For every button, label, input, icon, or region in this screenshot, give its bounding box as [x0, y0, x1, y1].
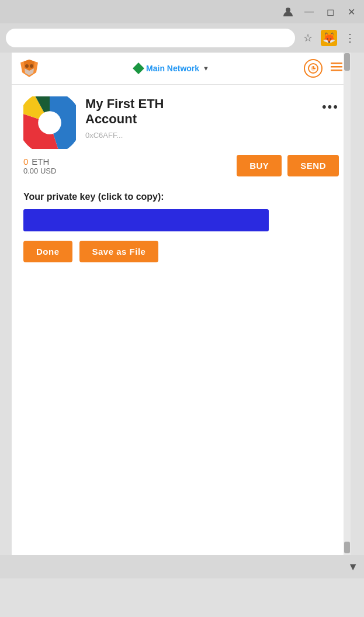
svg-rect-12: [331, 70, 342, 71]
user-icon[interactable]: [282, 6, 294, 18]
mm-header: Main Network ▼: [12, 53, 351, 85]
private-key-section: Your private key (click to copy): Done S…: [12, 186, 351, 274]
usd-balance: 0.00 USD: [23, 167, 56, 175]
hamburger-menu-icon[interactable]: [330, 60, 344, 77]
balance-info: 0 ETH 0.00 USD: [23, 157, 56, 175]
private-key-label: Your private key (click to copy):: [23, 192, 339, 202]
eth-amount: 0: [23, 157, 28, 167]
restore-button[interactable]: ◻: [324, 6, 336, 18]
minimize-button[interactable]: —: [303, 6, 315, 18]
svg-rect-11: [331, 66, 342, 68]
account-address[interactable]: 0xC6AFF...: [85, 131, 339, 140]
account-name: My First ETH Account: [85, 96, 339, 127]
more-menu-icon[interactable]: ⋮: [342, 30, 358, 46]
private-key-buttons: Done Save as File: [23, 241, 339, 262]
scrollbar-thumb-top[interactable]: [344, 53, 350, 71]
balance-buttons: BUY SEND: [237, 155, 339, 176]
done-button[interactable]: Done: [23, 241, 72, 262]
account-section: My First ETH Account 0xC6AFF... •••: [12, 85, 351, 155]
account-options-button[interactable]: •••: [322, 99, 339, 115]
account-info: My First ETH Account 0xC6AFF...: [85, 96, 339, 140]
scrollbar-track[interactable]: [344, 53, 351, 555]
svg-point-0: [286, 8, 290, 12]
account-refresh-icon[interactable]: [304, 59, 323, 78]
close-button[interactable]: ✕: [345, 6, 357, 18]
eth-label: ETH: [32, 157, 49, 167]
buy-button[interactable]: BUY: [237, 155, 282, 176]
svg-point-9: [311, 67, 315, 70]
svg-point-6: [25, 64, 29, 68]
browser-bottom-bar: ▼: [0, 555, 364, 578]
metamask-extension-icon[interactable]: 🦊: [321, 30, 337, 46]
header-right: [304, 59, 344, 78]
svg-point-7: [30, 64, 33, 68]
balance-row: 0 ETH 0.00 USD BUY SEND: [12, 155, 351, 186]
chevron-down-icon: ▼: [203, 65, 209, 72]
svg-point-17: [38, 111, 61, 134]
send-button[interactable]: SEND: [287, 155, 339, 176]
address-bar[interactable]: [6, 29, 295, 47]
browser-titlebar: — ◻ ✕: [0, 0, 364, 23]
private-key-bar[interactable]: [23, 209, 269, 231]
eth-balance: 0 ETH: [23, 157, 56, 167]
account-pie-chart: [23, 96, 76, 149]
scrollbar-thumb-bottom[interactable]: [344, 542, 350, 553]
browser-toolbar: ☆ 🦊 ⋮: [0, 23, 364, 53]
svg-rect-10: [331, 63, 342, 64]
bookmark-icon[interactable]: ☆: [300, 30, 316, 46]
metamask-logo: [19, 58, 40, 79]
network-label: Main Network: [146, 64, 199, 73]
network-selector[interactable]: Main Network ▼: [134, 64, 209, 73]
metamask-popup: Main Network ▼: [12, 53, 351, 555]
scroll-down-icon[interactable]: ▼: [348, 561, 358, 573]
save-as-file-button[interactable]: Save as File: [79, 241, 159, 262]
network-diamond-icon: [133, 63, 144, 74]
